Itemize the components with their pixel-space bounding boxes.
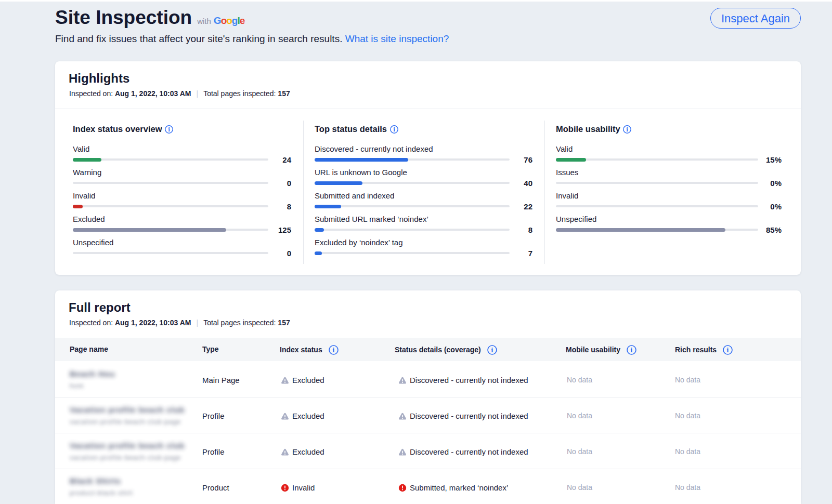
svg-text:i: i (727, 346, 729, 354)
svg-text:i: i (631, 346, 633, 354)
svg-text:i: i (393, 126, 395, 132)
svg-text:i: i (332, 346, 334, 354)
svg-text:i: i (627, 126, 629, 132)
svg-text:i: i (168, 126, 170, 132)
svg-text:i: i (491, 346, 493, 354)
